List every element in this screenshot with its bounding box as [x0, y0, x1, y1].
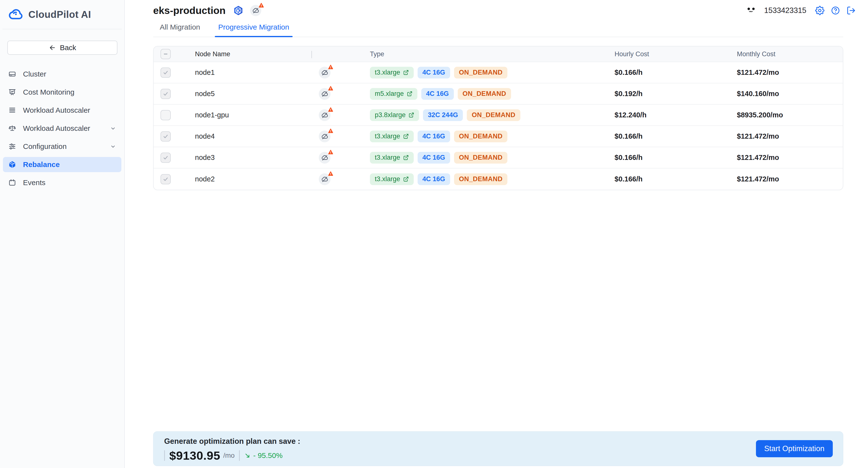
table-row: node2 t3.xlarge 4C 16G ON_DEMAND $0.166/… [154, 168, 843, 190]
instance-type: t3.xlarge [375, 175, 400, 183]
instance-type: t3.xlarge [375, 133, 400, 140]
sidebar: CloudPilot AI Back Cluster Cost Monitori… [0, 0, 125, 468]
kubernetes-icon: K [233, 5, 244, 16]
monthly-cost: $8935.200/mo [737, 111, 843, 119]
table-row: node4 t3.xlarge 4C 16G ON_DEMAND $0.166/… [154, 126, 843, 147]
capacity-badge: ON_DEMAND [454, 131, 508, 142]
scale-icon [8, 124, 17, 133]
brand-name: CloudPilot AI [28, 9, 91, 20]
table-row: node3 t3.xlarge 4C 16G ON_DEMAND $0.166/… [154, 147, 843, 168]
chevron-down-icon [110, 125, 117, 132]
logout-button[interactable] [846, 6, 856, 15]
capacity-badge: ON_DEMAND [454, 67, 508, 78]
sidebar-item-label: Configuration [23, 142, 66, 151]
external-link-icon [408, 112, 414, 118]
row-checkbox[interactable] [160, 67, 171, 78]
cost-monitoring-icon [8, 88, 17, 97]
hourly-cost: $0.166/h [615, 175, 737, 183]
specs-badge: 4C 16G [417, 67, 450, 78]
sidebar-item-cluster[interactable]: Cluster [3, 67, 121, 82]
node-list-icon [8, 106, 17, 115]
table-row: node1-gpu p3.8xlarge 32C 244G ON_DEMAND … [154, 105, 843, 126]
instance-type-badge[interactable]: t3.xlarge [370, 173, 414, 185]
column-header-monthly-cost: Monthly Cost [737, 46, 843, 62]
sidebar-item-label: Workload Autoscaler [23, 124, 90, 133]
instance-type: t3.xlarge [375, 154, 400, 161]
node-name: node2 [188, 175, 311, 183]
capacity-badge: ON_DEMAND [458, 88, 511, 100]
node-table: Node Name Type Hourly Cost Monthly Cost … [153, 46, 843, 190]
node-name: node4 [188, 132, 311, 140]
instance-type-badge[interactable]: m5.xlarge [370, 88, 417, 100]
select-all-checkbox[interactable] [160, 49, 171, 59]
back-button[interactable]: Back [7, 41, 118, 55]
main-content: eks-production K 1533423315 [125, 0, 868, 468]
migration-tabs: All Migration Progressive Migration [153, 21, 843, 37]
page-header: eks-production K 1533423315 [153, 0, 856, 21]
cluster-name-title: eks-production [153, 5, 225, 16]
sidebar-item-configuration[interactable]: Configuration [3, 139, 121, 154]
row-checkbox[interactable] [160, 174, 171, 185]
sidebar-item-label: Cluster [23, 70, 46, 78]
cloud-disconnected-warning-icon [319, 173, 331, 185]
table-row: node1 t3.xlarge 4C 16G ON_DEMAND $0.166/… [154, 62, 843, 83]
sidebar-item-workload-autoscaler[interactable]: Workload Autoscaler [3, 121, 121, 136]
instance-type-badge[interactable]: t3.xlarge [370, 131, 414, 142]
savings-banner: Generate optimization plan can save : $9… [153, 431, 843, 466]
svg-text:K: K [237, 8, 241, 13]
row-checkbox[interactable] [160, 131, 171, 141]
sidebar-item-label: Rebalance [23, 160, 60, 169]
capacity-badge: ON_DEMAND [454, 152, 508, 164]
cluster-status-icons: K [233, 5, 261, 16]
savings-heading: Generate optimization plan can save : [164, 437, 300, 446]
hourly-cost: $0.166/h [615, 154, 737, 162]
instance-type-badge[interactable]: p3.8xlarge [370, 109, 419, 121]
specs-badge: 4C 16G [417, 152, 450, 164]
cloud-disconnected-warning-icon [319, 152, 331, 164]
node-name: node1 [188, 68, 311, 76]
cloud-disconnected-warning-icon [319, 109, 331, 121]
calendar-icon [8, 178, 17, 187]
table-header-row: Node Name Type Hourly Cost Monthly Cost [154, 46, 843, 62]
column-header-hourly-cost: Hourly Cost [615, 46, 737, 62]
instance-type-badge[interactable]: t3.xlarge [370, 152, 414, 164]
row-checkbox[interactable] [160, 110, 171, 120]
row-checkbox[interactable] [160, 153, 171, 163]
tab-all-migration[interactable]: All Migration [156, 21, 204, 37]
node-name: node3 [188, 154, 311, 162]
capacity-badge: ON_DEMAND [467, 109, 520, 121]
sidebar-item-events[interactable]: Events [3, 175, 121, 190]
sidebar-item-rebalance[interactable]: Rebalance [3, 157, 121, 172]
sidebar-item-label: Events [23, 178, 45, 187]
settings-button[interactable] [815, 6, 825, 15]
external-link-icon [403, 134, 409, 139]
external-link-icon [403, 70, 409, 75]
chevron-down-icon [110, 143, 117, 150]
sidebar-item-label: Cost Monitoring [23, 88, 74, 96]
hourly-cost: $0.166/h [615, 68, 737, 76]
node-name: node1-gpu [188, 111, 311, 119]
specs-badge: 4C 16G [417, 173, 450, 185]
external-link-icon [403, 155, 409, 160]
monthly-cost: $121.472/mo [737, 68, 843, 76]
back-label: Back [60, 43, 76, 52]
column-resize-divider[interactable] [311, 46, 370, 62]
monthly-cost: $121.472/mo [737, 132, 843, 140]
tab-progressive-migration[interactable]: Progressive Migration [215, 21, 292, 37]
help-icon [831, 6, 840, 15]
gear-icon [815, 6, 825, 15]
help-button[interactable] [831, 6, 840, 15]
account-face-icon [746, 6, 758, 15]
account-id: 1533423315 [764, 6, 806, 15]
sliders-icon [8, 142, 17, 151]
savings-percent: - 95.50% [244, 452, 283, 460]
external-link-icon [407, 91, 412, 97]
sidebar-item-node-list[interactable]: Workload Autoscaler [3, 103, 121, 118]
hourly-cost: $0.192/h [615, 90, 737, 98]
sidebar-item-cost-monitoring[interactable]: Cost Monitoring [3, 85, 121, 100]
start-optimization-button[interactable]: Start Optimization [756, 440, 833, 457]
instance-type-badge[interactable]: t3.xlarge [370, 67, 414, 78]
hourly-cost: $0.166/h [615, 132, 737, 140]
row-checkbox[interactable] [160, 89, 171, 99]
savings-period: /mo [223, 452, 235, 460]
